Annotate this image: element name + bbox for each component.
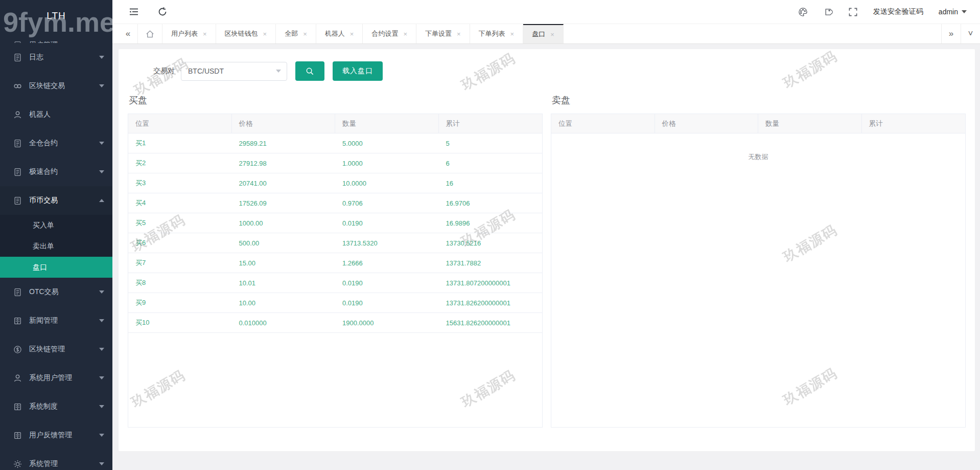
doc-icon [13,196,22,205]
menu-fold-icon[interactable] [129,7,139,17]
cell-total: 16.9896 [439,213,543,233]
sidebar-item-label: 极速合约 [29,167,58,176]
tab-robot[interactable]: 机器人× [316,24,363,43]
doc-icon [13,139,22,148]
sell-panel: 卖盘 位置 价格 数量 累计 无数据 [551,94,966,428]
app-root: 9fym.me LTH 用户管理 日志 区块链交易 机器人 [0,0,980,470]
topbar-right: 发送安全验证码 admin [798,7,967,17]
close-icon[interactable]: × [203,30,207,38]
column-header: 数量 [758,114,862,133]
tab-user-list[interactable]: 用户列表× [162,24,216,43]
close-icon[interactable]: × [350,30,354,38]
column-header: 累计 [439,114,543,133]
tag-icon[interactable] [823,7,833,17]
chevron-down-icon [99,84,104,87]
cell-position: 买7 [128,253,232,273]
tabs-scroll-right-button[interactable]: » [941,24,961,43]
close-icon[interactable]: × [263,30,267,38]
tab-strip-end-controls: » ˅ [941,24,980,43]
cell-price: 10.01 [232,273,336,293]
chevron-down-icon [99,170,104,173]
sidebar-item-users-clipped[interactable]: 用户管理 [0,32,112,43]
news-icon [13,402,22,411]
chevron-down-icon [99,462,104,465]
tab-contract-settings[interactable]: 合约设置× [363,24,416,43]
cell-total: 6 [439,153,543,173]
cell-amount: 0.0190 [335,213,439,233]
column-header: 价格 [232,114,336,133]
cell-position: 买1 [128,133,232,153]
refresh-icon[interactable] [157,7,168,17]
coin-trade-submenu: 买入单 卖出单 盘口 [0,215,112,278]
sidebar-item-label: 区块链管理 [29,345,65,354]
close-icon[interactable]: × [550,31,554,38]
sidebar-item-label: 系统用户管理 [29,373,72,383]
cell-price: 29589.21 [232,133,336,153]
column-header: 累计 [862,114,966,133]
sidebar-item-logs[interactable]: 日志 [0,43,112,72]
content-area: 交易对 BTC/USDT 载入盘口 买盘 [112,44,980,470]
tab-orderbook[interactable]: 盘口× [523,24,564,43]
cell-total: 13731.826200000001 [439,293,543,312]
tabs-scroll-left-button[interactable]: « [119,24,138,43]
cell-total: 16.9706 [439,193,543,213]
sidebar-item-full-contract[interactable]: 全仓合约 [0,129,112,158]
theme-palette-icon[interactable] [798,7,808,17]
home-tab[interactable] [138,24,162,43]
sidebar-item-blockchain-mgmt[interactable]: 区块链管理 [0,335,112,364]
sidebar-subitem-buy-orders[interactable]: 买入单 [0,215,112,236]
table-row: 买417526.090.970616.9706 [128,193,542,213]
cell-amount: 13713.5320 [335,233,439,253]
user-menu[interactable]: admin [939,8,967,16]
sidebar-item-feedback-mgmt[interactable]: 用户反馈管理 [0,421,112,450]
search-button[interactable] [295,61,324,81]
chevron-down-icon [99,434,104,437]
topbar: 发送安全验证码 admin [112,0,980,24]
pair-select-value: BTC/USDT [188,67,224,75]
sidebar-item-speed-contract[interactable]: 极速合约 [0,158,112,186]
cell-price: 0.010000 [232,313,336,332]
tab-order-settings[interactable]: 下单设置× [416,24,470,43]
cell-amount: 5.0000 [335,133,439,153]
tab-order-list[interactable]: 下单列表× [470,24,524,43]
load-orderbook-button[interactable]: 载入盘口 [333,61,383,81]
buy-panel: 买盘 位置 价格 数量 累计 买129589.215.00005 [128,94,543,428]
table-row: 买129589.215.00005 [128,133,542,153]
send-security-code-button[interactable]: 发送安全验证码 [873,7,923,16]
fullscreen-icon[interactable] [848,7,858,17]
pair-select[interactable]: BTC/USDT [181,62,287,81]
sidebar-item-robot[interactable]: 机器人 [0,100,112,129]
sidebar-item-coin-trade[interactable]: 币币交易 [0,186,112,215]
sidebar-item-system-users[interactable]: 系统用户管理 [0,364,112,392]
close-icon[interactable]: × [510,30,515,38]
tab-blockchain-wallet[interactable]: 区块链钱包× [216,24,276,43]
sidebar-item-system-rules[interactable]: 系统制度 [0,392,112,421]
sidebar-item-news-mgmt[interactable]: 新闻管理 [0,306,112,335]
close-icon[interactable]: × [457,30,461,38]
table-row: 买100.0100001900.000015631.826200000001 [128,313,542,333]
table-row: 买6500.0013713.532013730.5216 [128,233,542,253]
doc-icon [13,53,22,62]
search-icon [306,67,314,76]
user-icon [13,374,22,383]
cell-position: 买3 [128,173,232,193]
cell-position: 买5 [128,213,232,233]
close-icon[interactable]: × [403,30,407,38]
empty-data-message: 无数据 [551,133,965,162]
tabs-menu-button[interactable]: ˅ [961,24,980,43]
sidebar-item-system-mgmt[interactable]: 系统管理 [0,450,112,470]
sidebar-item-label: 系统制度 [29,402,58,411]
table-row: 买227912.981.00006 [128,153,542,173]
sidebar-item-label: 用户反馈管理 [29,431,72,440]
tab-all[interactable]: 全部× [276,24,316,43]
sidebar-item-otc-trade[interactable]: OTC交易 [0,278,112,306]
cell-price: 1000.00 [232,213,336,233]
cell-price: 500.00 [232,233,336,253]
sidebar-subitem-sell-orders[interactable]: 卖出单 [0,236,112,257]
chevron-down-icon [99,56,104,59]
cell-position: 买8 [128,273,232,293]
sidebar-subitem-orderbook[interactable]: 盘口 [0,257,112,278]
column-header: 位置 [128,114,232,133]
sidebar-item-blockchain-trade[interactable]: 区块链交易 [0,72,112,100]
close-icon[interactable]: × [303,30,307,38]
